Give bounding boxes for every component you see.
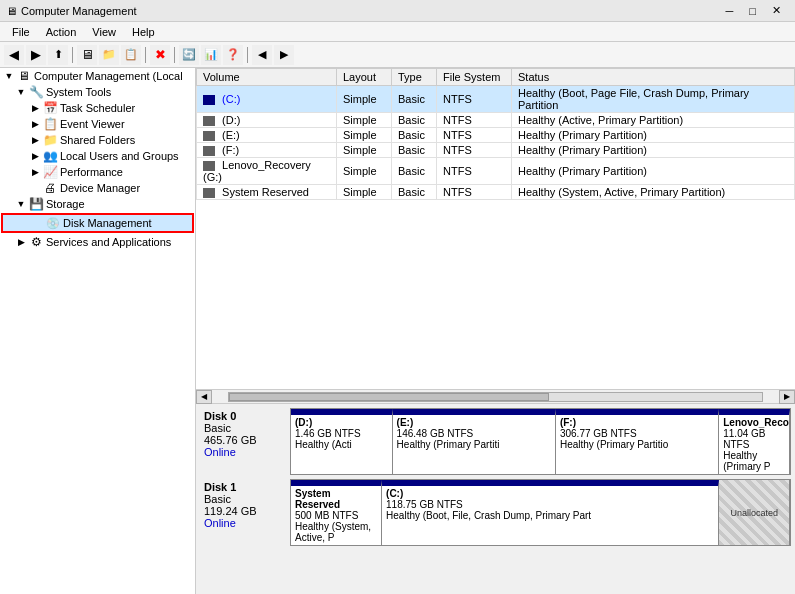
cell-layout: Simple	[337, 185, 392, 200]
disk0-partition-e[interactable]: (E:) 146.48 GB NTFS Healthy (Primary Par…	[393, 409, 556, 474]
disk0-e-name: (E:)	[397, 417, 551, 428]
sidebar-item-disk-management[interactable]: 💿 Disk Management	[1, 213, 194, 233]
sidebar-label-system-tools: System Tools	[46, 86, 111, 98]
disk1-row: Disk 1 Basic 119.24 GB Online System Res…	[200, 479, 791, 546]
sidebar-item-storage[interactable]: ▼ 💾 Storage	[0, 196, 195, 212]
disk0-d-status: Healthy (Acti	[295, 439, 388, 450]
expand-task-scheduler[interactable]: ▶	[28, 103, 42, 113]
expand-system-tools[interactable]: ▼	[14, 87, 28, 97]
delete-btn[interactable]: ✖	[150, 45, 170, 65]
disk-area[interactable]: Disk 0 Basic 465.76 GB Online (D:) 1.46 …	[196, 404, 795, 594]
cell-layout: Simple	[337, 113, 392, 128]
close-btn[interactable]: ✕	[764, 4, 789, 17]
forward-btn[interactable]: ▶	[26, 45, 46, 65]
maximize-btn[interactable]: □	[741, 5, 764, 17]
disk0-info: Disk 0 Basic 465.76 GB Online	[200, 408, 290, 475]
volume-icon	[203, 161, 215, 171]
disk1-partition-c[interactable]: (C:) 118.75 GB NTFS Healthy (Boot, File,…	[382, 480, 719, 545]
table-row[interactable]: Lenovo_Recovery (G:) Simple Basic NTFS H…	[197, 158, 795, 185]
sidebar-item-shared-folders[interactable]: ▶ 📁 Shared Folders	[0, 132, 195, 148]
disk0-partitions: (D:) 1.46 GB NTFS Healthy (Acti (E:) 146…	[290, 408, 791, 475]
table-row[interactable]: (D:) Simple Basic NTFS Healthy (Active, …	[197, 113, 795, 128]
disk0-e-size: 146.48 GB NTFS	[397, 428, 551, 439]
disk1-partition-reserved[interactable]: System Reserved 500 MB NTFS Healthy (Sys…	[291, 480, 382, 545]
performance-icon: 📈	[42, 165, 58, 179]
col-volume: Volume	[197, 69, 337, 86]
expand-local-users[interactable]: ▶	[28, 151, 42, 161]
expand-root[interactable]: ▼	[2, 71, 16, 81]
nav-back-btn[interactable]: ◀	[252, 45, 272, 65]
properties-btn[interactable]: 📋	[121, 45, 141, 65]
cell-status: Healthy (Active, Primary Partition)	[512, 113, 795, 128]
local-users-icon: 👥	[42, 149, 58, 163]
sidebar-item-performance[interactable]: ▶ 📈 Performance	[0, 164, 195, 180]
volume-table-area[interactable]: Volume Layout Type File System Status (C…	[196, 68, 795, 390]
disk0-status: Online	[204, 446, 286, 458]
volume-name: (C:)	[222, 93, 240, 105]
minimize-btn[interactable]: ─	[718, 5, 742, 17]
menu-help[interactable]: Help	[124, 24, 163, 40]
help-btn[interactable]: ❓	[223, 45, 243, 65]
expand-event-viewer[interactable]: ▶	[28, 119, 42, 129]
disk0-partition-f[interactable]: (F:) 306.77 GB NTFS Healthy (Primary Par…	[556, 409, 719, 474]
sidebar-item-task-scheduler[interactable]: ▶ 📅 Task Scheduler	[0, 100, 195, 116]
expand-shared-folders[interactable]: ▶	[28, 135, 42, 145]
disk1-reserved-name: System Reserved	[295, 488, 377, 510]
toolbar: ◀ ▶ ⬆ 🖥 📁 📋 ✖ 🔄 📊 ❓ ◀ ▶	[0, 42, 795, 68]
expand-storage[interactable]: ▼	[14, 199, 28, 209]
cell-layout: Simple	[337, 86, 392, 113]
sidebar-label-task-scheduler: Task Scheduler	[60, 102, 135, 114]
scroll-thumb[interactable]	[229, 393, 549, 401]
col-type: Type	[392, 69, 437, 86]
sidebar-item-event-viewer[interactable]: ▶ 📋 Event Viewer	[0, 116, 195, 132]
disk0-partition-recovery[interactable]: Lenovo_Recover 11.04 GB NTFS Healthy (Pr…	[719, 409, 790, 474]
window-icon: 🖥	[6, 5, 17, 17]
scroll-track[interactable]	[228, 392, 763, 402]
scroll-right-arrow[interactable]: ▶	[779, 390, 795, 404]
volume-name: (F:)	[222, 144, 239, 156]
table-row[interactable]: (F:) Simple Basic NTFS Healthy (Primary …	[197, 143, 795, 158]
computer-icon: 🖥	[16, 69, 32, 83]
up-btn[interactable]: ⬆	[48, 45, 68, 65]
show-hide-btn[interactable]: 🖥	[77, 45, 97, 65]
menu-view[interactable]: View	[84, 24, 124, 40]
expand-performance[interactable]: ▶	[28, 167, 42, 177]
horizontal-scrollbar[interactable]: ◀ ▶	[196, 390, 795, 404]
cell-type: Basic	[392, 158, 437, 185]
disk1-unallocated[interactable]: Unallocated	[719, 480, 790, 545]
refresh-btn[interactable]: 🔄	[179, 45, 199, 65]
menu-action[interactable]: Action	[38, 24, 85, 40]
export-btn[interactable]: 📊	[201, 45, 221, 65]
sidebar-item-services-apps[interactable]: ▶ ⚙ Services and Applications	[0, 234, 195, 250]
volume-name: System Reserved	[222, 186, 309, 198]
cell-volume: (E:)	[197, 128, 337, 143]
sidebar-item-system-tools[interactable]: ▼ 🔧 System Tools	[0, 84, 195, 100]
disk0-row: Disk 0 Basic 465.76 GB Online (D:) 1.46 …	[200, 408, 791, 475]
disk1-c-status: Healthy (Boot, File, Crash Dump, Primary…	[386, 510, 714, 521]
disk0-recovery-name: Lenovo_Recover	[723, 417, 785, 428]
menu-file[interactable]: File	[4, 24, 38, 40]
disk0-partition-d[interactable]: (D:) 1.46 GB NTFS Healthy (Acti	[291, 409, 393, 474]
col-fs: File System	[437, 69, 512, 86]
sidebar-item-device-manager[interactable]: 🖨 Device Manager	[0, 180, 195, 196]
sidebar-item-local-users[interactable]: ▶ 👥 Local Users and Groups	[0, 148, 195, 164]
main-container: ▼ 🖥 Computer Management (Local ▼ 🔧 Syste…	[0, 68, 795, 594]
volume-icon	[203, 95, 215, 105]
table-row[interactable]: (E:) Simple Basic NTFS Healthy (Primary …	[197, 128, 795, 143]
cell-volume: Lenovo_Recovery (G:)	[197, 158, 337, 185]
expand-services-apps[interactable]: ▶	[14, 237, 28, 247]
disk0-recovery-status: Healthy (Primary P	[723, 450, 785, 472]
cell-layout: Simple	[337, 128, 392, 143]
scroll-left-arrow[interactable]: ◀	[196, 390, 212, 404]
sidebar-item-root[interactable]: ▼ 🖥 Computer Management (Local	[0, 68, 195, 84]
back-btn[interactable]: ◀	[4, 45, 24, 65]
disk1-name: Disk 1	[204, 481, 286, 493]
table-row[interactable]: System Reserved Simple Basic NTFS Health…	[197, 185, 795, 200]
volume-icon	[203, 131, 215, 141]
table-row[interactable]: (C:) Simple Basic NTFS Healthy (Boot, Pa…	[197, 86, 795, 113]
folder-btn[interactable]: 📁	[99, 45, 119, 65]
disk1-reserved-size: 500 MB NTFS	[295, 510, 377, 521]
nav-fwd-btn[interactable]: ▶	[274, 45, 294, 65]
sidebar: ▼ 🖥 Computer Management (Local ▼ 🔧 Syste…	[0, 68, 196, 594]
sidebar-label-services-apps: Services and Applications	[46, 236, 171, 248]
